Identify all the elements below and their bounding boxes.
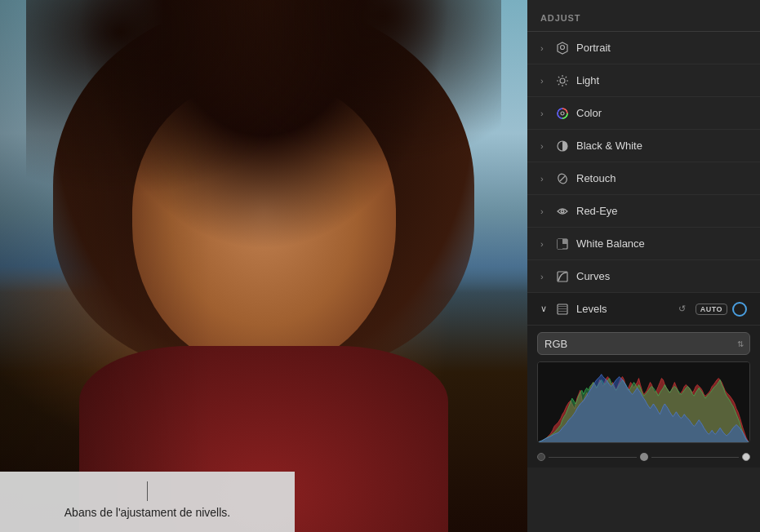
light-icon (555, 73, 570, 88)
svg-line-9 (566, 76, 567, 77)
adjust-item-bw[interactable]: › Black & White (527, 130, 760, 162)
portrait-label: Portrait (576, 42, 611, 54)
levels-icon (555, 302, 570, 317)
svg-point-1 (561, 45, 565, 49)
portrait-icon (555, 41, 570, 55)
levels-auto-button[interactable]: AUTO (696, 304, 727, 315)
svg-rect-20 (562, 239, 567, 244)
adjust-item-light[interactable]: › Light (527, 64, 760, 97)
caption-connector-line (147, 481, 148, 501)
caption-area: Abans de l'ajustament de nivells. (0, 472, 295, 532)
photo-area: Abans de l'ajustament de nivells. (0, 0, 527, 532)
svg-line-7 (558, 76, 559, 77)
photo-background (0, 0, 527, 532)
color-icon (555, 106, 570, 121)
main-container: Abans de l'ajustament de nivells. ADJUST… (0, 0, 760, 532)
svg-line-8 (566, 83, 567, 84)
chevron-light: › (540, 76, 549, 86)
panel-title: ADJUST (540, 13, 580, 23)
chevron-down-levels: ∨ (540, 304, 549, 314)
curves-icon (555, 269, 570, 284)
svg-marker-0 (558, 42, 567, 54)
svg-rect-19 (558, 239, 562, 249)
chevron-whitebalance: › (540, 239, 549, 249)
adjust-item-whitebalance[interactable]: › White Balance (527, 228, 760, 260)
svg-rect-25 (558, 306, 567, 307)
adjust-item-curves[interactable]: › Curves (527, 260, 760, 293)
whitebalance-label: White Balance (576, 237, 645, 250)
chevron-redeye: › (540, 206, 549, 216)
levels-slider-track-right (651, 457, 740, 458)
histogram-container (537, 361, 750, 443)
color-label: Color (576, 107, 602, 119)
svg-line-10 (558, 83, 559, 84)
levels-section: ∨ Levels ↺ AUTO RGB Red (527, 293, 760, 468)
levels-label: Levels (576, 303, 607, 315)
adjust-item-color[interactable]: › Color (527, 97, 760, 130)
rgb-channel-select[interactable]: RGB Red Green Blue Luminance (537, 332, 750, 355)
svg-rect-23 (558, 308, 567, 309)
svg-point-17 (562, 211, 563, 212)
adjust-item-retouch[interactable]: › Retouch (527, 162, 760, 195)
levels-reset-button[interactable]: ↺ (674, 303, 691, 316)
right-panel: ADJUST › Portrait › Light › (527, 0, 760, 532)
levels-black-point-slider[interactable] (537, 453, 545, 461)
svg-line-15 (560, 176, 565, 181)
adjust-item-levels[interactable]: ∨ Levels ↺ AUTO (527, 293, 760, 326)
histogram-chart (538, 362, 749, 442)
chevron-curves: › (540, 272, 549, 282)
svg-point-2 (560, 78, 565, 83)
levels-controls: ↺ AUTO (674, 302, 747, 317)
svg-point-12 (561, 112, 564, 115)
chevron-portrait: › (540, 43, 549, 53)
bw-label: Black & White (576, 140, 642, 152)
curves-label: Curves (576, 270, 610, 282)
retouch-icon (555, 171, 570, 186)
chevron-bw: › (540, 141, 549, 151)
levels-midpoint-slider[interactable] (640, 453, 648, 461)
retouch-label: Retouch (576, 172, 616, 184)
levels-sliders (527, 450, 760, 468)
rgb-selector-wrapper: RGB Red Green Blue Luminance ⇅ (537, 332, 750, 355)
chevron-color: › (540, 109, 549, 118)
chevron-retouch: › (540, 174, 549, 184)
adjust-item-portrait[interactable]: › Portrait (527, 32, 760, 64)
light-label: Light (576, 74, 599, 86)
caption-text: Abans de l'ajustament de nivells. (64, 506, 230, 519)
redeye-label: Red-Eye (576, 205, 618, 217)
adjust-items-list: › Portrait › Light › Color (527, 32, 760, 532)
adjust-item-redeye[interactable]: › Red-Eye (527, 195, 760, 228)
levels-slider-track-left (549, 457, 637, 458)
whitebalance-icon (555, 237, 570, 251)
panel-header: ADJUST (527, 0, 760, 32)
redeye-icon (555, 204, 570, 219)
levels-toggle-button[interactable] (732, 302, 747, 317)
shadow-left (0, 0, 527, 532)
bw-icon (555, 139, 570, 153)
levels-white-point-slider[interactable] (742, 453, 750, 461)
svg-rect-24 (558, 311, 567, 312)
